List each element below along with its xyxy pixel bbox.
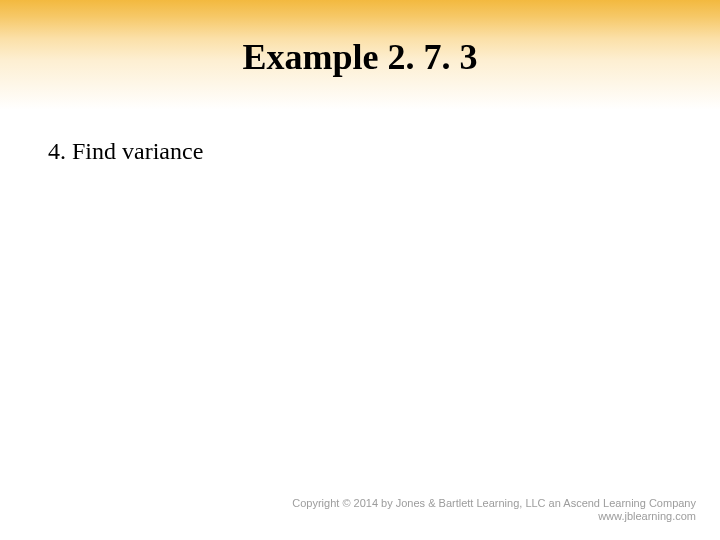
header-gradient: Example 2. 7. 3: [0, 0, 720, 110]
footer: Copyright © 2014 by Jones & Bartlett Lea…: [292, 497, 696, 525]
slide-body-text: 4. Find variance: [48, 138, 203, 165]
footer-copyright: Copyright © 2014 by Jones & Bartlett Lea…: [292, 497, 696, 511]
slide-title: Example 2. 7. 3: [0, 36, 720, 78]
footer-url: www.jblearning.com: [292, 510, 696, 524]
